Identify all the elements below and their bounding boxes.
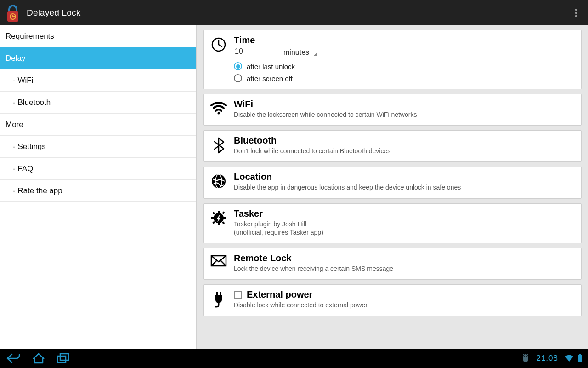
sidebar: Requirements Delay - WiFi - Bluetooth Mo… — [0, 25, 197, 349]
radio-icon — [234, 62, 242, 70]
card-title: Tasker — [234, 208, 575, 219]
card-location[interactable]: Location Disable the app in dangerous lo… — [203, 167, 582, 198]
sidebar-item-delay[interactable]: Delay — [0, 47, 196, 69]
card-desc: Disable the app in dangerous locations a… — [234, 183, 575, 191]
card-external-power[interactable]: External power Disable lock while connec… — [203, 284, 582, 316]
card-remote-lock[interactable]: Remote Lock Lock the device when receivi… — [203, 248, 582, 280]
wifi-icon — [210, 99, 227, 119]
card-title: Bluetooth — [234, 135, 575, 146]
card-bluetooth[interactable]: Bluetooth Don't lock while connected to … — [203, 130, 582, 162]
svg-rect-12 — [218, 223, 220, 225]
radio-after-screen-off[interactable]: after screen off — [234, 74, 575, 82]
svg-rect-11 — [218, 211, 220, 213]
radio-label: after screen off — [247, 75, 293, 82]
app-icon — [6, 4, 20, 22]
svg-rect-30 — [579, 354, 581, 355]
back-button[interactable] — [6, 352, 21, 364]
svg-rect-17 — [222, 211, 225, 214]
svg-rect-24 — [60, 354, 68, 360]
status-clock[interactable]: 21:08 — [536, 354, 558, 363]
svg-rect-16 — [222, 221, 225, 224]
card-title: Time — [234, 35, 575, 46]
time-value-input[interactable] — [234, 46, 278, 58]
time-unit-spinner[interactable]: minutes — [283, 48, 317, 58]
svg-line-27 — [523, 354, 524, 355]
sidebar-item-label: - WiFi — [13, 76, 33, 85]
home-button[interactable] — [31, 352, 46, 364]
plug-icon — [210, 289, 227, 309]
sidebar-item-requirements[interactable]: Requirements — [0, 25, 196, 47]
svg-point-26 — [526, 356, 527, 356]
svg-rect-13 — [211, 217, 214, 219]
recents-button[interactable] — [56, 353, 71, 364]
sidebar-item-label: Delay — [6, 54, 25, 63]
svg-line-6 — [219, 45, 222, 46]
svg-rect-23 — [57, 356, 66, 362]
card-title: WiFi — [234, 99, 575, 109]
svg-point-7 — [218, 112, 220, 115]
card-desc: Don't lock while connected to certain Bl… — [234, 147, 575, 155]
sidebar-item-label: - Rate the app — [13, 186, 62, 196]
card-desc-2: (unofficial, requires Tasker app) — [234, 228, 575, 236]
card-desc: Lock the device when receiving a certain… — [234, 264, 575, 273]
svg-rect-21 — [220, 292, 221, 295]
sidebar-item-label: Requirements — [6, 32, 54, 41]
svg-rect-22 — [215, 295, 222, 297]
radio-label: after last unlock — [247, 63, 295, 70]
battery-icon — [577, 354, 582, 362]
system-nav-bar: 21:08 — [0, 349, 588, 368]
gear-lightning-icon — [210, 208, 227, 236]
svg-rect-18 — [212, 221, 215, 224]
sidebar-item-rate[interactable]: - Rate the app — [0, 180, 196, 202]
radio-icon — [234, 74, 242, 82]
android-debug-icon — [521, 354, 530, 363]
main-panel: Time minutes after last unlock after scr… — [197, 25, 588, 349]
radio-after-last-unlock[interactable]: after last unlock — [234, 62, 575, 70]
card-desc: Tasker plugin by Josh Hill — [234, 220, 575, 228]
svg-rect-20 — [216, 292, 218, 295]
card-time: Time minutes after last unlock after scr… — [203, 30, 582, 89]
sidebar-item-label: - Bluetooth — [13, 98, 51, 107]
svg-rect-29 — [578, 355, 582, 362]
sidebar-item-more[interactable]: More — [0, 114, 196, 136]
action-bar: Delayed Lock — [0, 0, 588, 25]
sidebar-item-label: - FAQ — [13, 164, 33, 173]
card-wifi[interactable]: WiFi Disable the lockscreen while connec… — [203, 94, 582, 126]
globe-icon — [210, 172, 227, 191]
sidebar-item-settings[interactable]: - Settings — [0, 136, 196, 158]
svg-line-28 — [527, 354, 528, 355]
external-power-checkbox[interactable] — [234, 291, 242, 299]
svg-rect-14 — [223, 217, 226, 219]
svg-point-8 — [212, 174, 226, 188]
card-desc: Disable the lockscreen while connected t… — [234, 110, 575, 119]
svg-rect-15 — [212, 212, 215, 214]
sidebar-item-wifi[interactable]: - WiFi — [0, 69, 196, 92]
clock-icon — [210, 35, 227, 82]
card-title: Remote Lock — [234, 253, 575, 264]
sidebar-item-label: - Settings — [13, 142, 46, 151]
card-title: Location — [234, 172, 575, 182]
app-title: Delayed Lock — [27, 8, 81, 18]
wifi-signal-icon — [565, 355, 574, 362]
sidebar-item-label: More — [6, 120, 23, 129]
card-tasker[interactable]: Tasker Tasker plugin by Josh Hill (unoff… — [203, 203, 582, 243]
card-desc: Disable lock while connected to external… — [234, 301, 575, 309]
svg-point-25 — [524, 356, 525, 356]
envelope-icon — [210, 253, 227, 273]
card-title: External power — [247, 289, 312, 300]
sidebar-item-faq[interactable]: - FAQ — [0, 158, 196, 180]
overflow-menu-icon[interactable] — [570, 4, 582, 22]
bluetooth-icon — [210, 135, 227, 155]
sidebar-item-bluetooth[interactable]: - Bluetooth — [0, 92, 196, 114]
